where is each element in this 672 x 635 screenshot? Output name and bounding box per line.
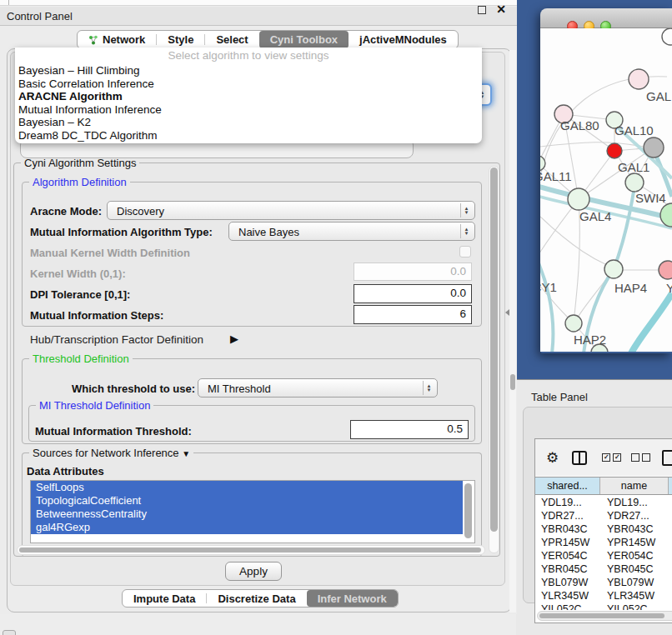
- select-all-checkboxes-icon[interactable]: ✓✓: [602, 453, 621, 462]
- settings-hscroll-track[interactable]: [17, 545, 485, 555]
- table-row[interactable]: YDL19...YDL19...13: [535, 496, 672, 509]
- apply-button[interactable]: Apply: [225, 562, 282, 581]
- table-toolbar: ⚙ ✓✓: [535, 439, 672, 476]
- algorithm-definition-title: Algorithm Definition: [29, 176, 130, 188]
- node-hap4[interactable]: [604, 260, 623, 278]
- tab-impute-data[interactable]: Impute Data: [123, 590, 206, 607]
- aracne-mode-combobox[interactable]: Discovery ▲▼: [107, 201, 475, 220]
- node-partial-top[interactable]: [662, 28, 672, 45]
- table-row[interactable]: YDR27...YDR27...12: [535, 509, 672, 522]
- dropdown-item[interactable]: Basic Correlation Inference: [15, 78, 482, 91]
- panel-scrollbar-thumb[interactable]: [510, 374, 515, 390]
- top-toolbar-strip: [0, 0, 517, 6]
- table-panel-wrapper: ⚙ ✓✓ shared... name A YDL19...YDL: [523, 407, 672, 603]
- table-row[interactable]: YPR145WYPR145W9.: [535, 536, 672, 549]
- column-header-shared[interactable]: shared...: [535, 478, 600, 494]
- panel-scrollbar-track[interactable]: [509, 50, 516, 612]
- node-gal4[interactable]: [568, 188, 589, 210]
- dropdown-item[interactable]: Bayesian – Hill Climbing: [15, 64, 482, 78]
- table-rows[interactable]: YDL19...YDL19...13 YDR27...YDR27...12 YB…: [535, 496, 672, 610]
- settings-scrollbar-thumb[interactable]: [490, 168, 498, 532]
- splitter-collapse-arrow[interactable]: [505, 309, 509, 316]
- settings-group-title: Cyni Algorithm Settings: [21, 157, 139, 169]
- deselect-all-checkboxes-icon[interactable]: [631, 453, 650, 462]
- network-node-labels: GAL GAL80 GAL10 GAL11 GAL1 SWI4 GAL4 GCY…: [540, 89, 672, 347]
- network-view-window[interactable]: GAL GAL80 GAL10 GAL11 GAL1 SWI4 GAL4 GCY…: [540, 8, 672, 353]
- tab-style[interactable]: Style: [157, 31, 204, 48]
- combo-spinner-icon: ▲▼: [460, 224, 472, 238]
- column-header-partial[interactable]: A: [669, 478, 672, 494]
- table-row[interactable]: YBL079WYBL079W: [535, 576, 672, 589]
- manual-kernel-checkbox[interactable]: [459, 246, 471, 258]
- new-table-icon[interactable]: [662, 450, 672, 466]
- table-horizontal-scrollbar[interactable]: [537, 611, 672, 621]
- network-canvas[interactable]: GAL GAL80 GAL10 GAL11 GAL1 SWI4 GAL4 GCY…: [540, 28, 672, 352]
- mi-threshold-label: Mutual Information Threshold:: [35, 425, 192, 438]
- node-swi4[interactable]: [660, 203, 672, 227]
- dropdown-item[interactable]: Bayesian – K2: [15, 116, 482, 129]
- expand-right-arrow-icon[interactable]: ▶: [230, 332, 238, 345]
- table-row[interactable]: YBR043CYBR043C: [535, 522, 672, 536]
- table-row[interactable]: YIL052CYIL052C9.: [535, 602, 672, 610]
- tab-network[interactable]: Network: [78, 31, 156, 48]
- close-panel-icon[interactable]: ✕: [496, 2, 506, 16]
- node-gray[interactable]: [644, 138, 664, 158]
- table-hscroll-thumb[interactable]: [539, 613, 664, 618]
- label-gal4: GAL4: [579, 209, 611, 223]
- control-panel: Control Panel ✕ ▲▼ Network Style: [0, 0, 517, 614]
- label-swi4: SWI4: [635, 191, 666, 205]
- label-gal: GAL: [646, 89, 671, 103]
- node-hap2[interactable]: [565, 315, 582, 332]
- control-panel-tabbar: Network Style Select Cyni Toolbox jActiv…: [77, 30, 459, 49]
- control-panel-titlebar: Control Panel: [0, 7, 517, 26]
- columns-icon[interactable]: [572, 451, 587, 465]
- algorithm-dropdown-popup: Select algorithm to view settings Bayesi…: [15, 48, 482, 143]
- node-gal1-red[interactable]: [607, 143, 622, 158]
- tab-discretize-data[interactable]: Discretize Data: [207, 590, 306, 607]
- dropdown-item[interactable]: Dream8 DC_TDC Algorithm: [15, 129, 482, 142]
- tab-cyni-toolbox[interactable]: Cyni Toolbox: [259, 31, 349, 48]
- attribute-item-selected[interactable]: BetweennessCentrality: [31, 508, 463, 521]
- data-attributes-label: Data Attributes: [27, 465, 104, 478]
- column-header-name[interactable]: name: [600, 478, 669, 494]
- table-row[interactable]: YBR045CYBR045C9.: [535, 562, 672, 576]
- kernel-width-field[interactable]: 0.0: [354, 262, 472, 281]
- collapsed-panel-button[interactable]: [3, 630, 16, 635]
- cyni-bottom-tabbar: Impute Data Discretize Data Infer Networ…: [122, 589, 399, 608]
- combo-spinner-icon: ▲▼: [460, 203, 472, 218]
- mi-steps-field[interactable]: 6: [354, 305, 472, 324]
- node-below-gal1[interactable]: [625, 173, 644, 192]
- float-panel-icon[interactable]: [478, 6, 486, 14]
- attribute-item-selected[interactable]: gal4RGexp: [31, 521, 463, 534]
- node-salmon[interactable]: [659, 261, 672, 279]
- attribute-item-selected[interactable]: TopologicalCoefficient: [31, 494, 463, 508]
- label-y-partial: Y: [666, 281, 672, 295]
- toolbar-divider: [8, 0, 9, 5]
- network-graph: GAL GAL80 GAL10 GAL11 GAL1 SWI4 GAL4 GCY…: [540, 28, 672, 352]
- listbox-scrollbar-thumb[interactable]: [464, 483, 472, 538]
- table-row[interactable]: YLR345WYLR345W9.: [535, 589, 672, 602]
- hub-definition-label[interactable]: Hub/Transcription Factor Definition: [30, 333, 203, 346]
- mi-threshold-field[interactable]: 0.5: [350, 420, 469, 439]
- table-row[interactable]: YER054CYER054C8.: [535, 549, 672, 562]
- settings-hscroll-thumb[interactable]: [19, 548, 481, 552]
- dpi-tolerance-label: DPI Tolerance [0,1]:: [30, 288, 130, 301]
- dpi-tolerance-field[interactable]: 0.0: [354, 284, 472, 303]
- sources-title[interactable]: Sources for Network Inference ▼: [29, 447, 193, 459]
- gear-icon[interactable]: ⚙: [546, 449, 559, 467]
- dropdown-item-selected[interactable]: ARACNE Algorithm: [15, 90, 482, 103]
- network-teal-edges: [540, 127, 672, 352]
- label-gal10: GAL10: [614, 123, 654, 138]
- tab-infer-network[interactable]: Infer Network: [307, 590, 398, 607]
- tab-select[interactable]: Select: [205, 31, 258, 48]
- which-threshold-combobox[interactable]: MI Threshold ▲▼: [198, 378, 438, 398]
- network-window-titlebar[interactable]: [540, 8, 672, 28]
- data-attributes-listbox[interactable]: SelfLoops TopologicalCoefficient Between…: [30, 480, 475, 543]
- node-gal-pink[interactable]: [629, 69, 649, 89]
- label-gal1: GAL1: [618, 160, 649, 174]
- dropdown-item[interactable]: Mutual Information Inference: [15, 103, 482, 117]
- attribute-item-selected[interactable]: SelfLoops: [31, 481, 463, 494]
- tab-jactivemnodules[interactable]: jActiveMNodules: [349, 31, 458, 48]
- table-panel-title: Table Panel: [531, 391, 588, 403]
- mi-algorithm-type-combobox[interactable]: Naive Bayes ▲▼: [228, 222, 475, 241]
